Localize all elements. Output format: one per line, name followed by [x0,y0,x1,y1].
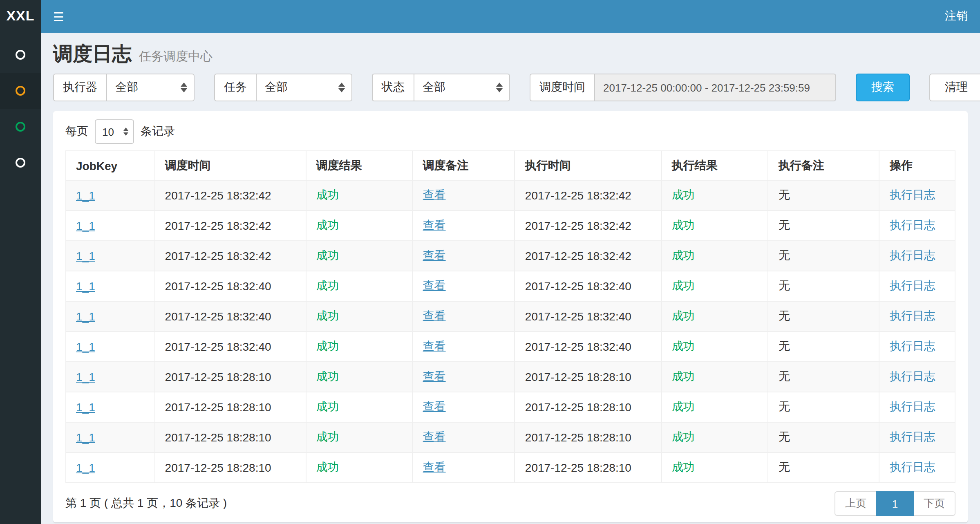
trigger-msg-link[interactable]: 查看 [423,279,446,292]
trigger-time-cell: 2017-12-25 18:28:10 [165,461,271,474]
trigger-time-cell: 2017-12-25 18:32:40 [165,310,271,323]
exec-log-link[interactable]: 执行日志 [890,218,935,231]
clear-button[interactable]: 清理 [929,74,980,101]
trigger-time-cell: 2017-12-25 18:32:40 [165,280,271,293]
handle-result-cell-td: 成功 [662,210,768,241]
trigger-msg-link[interactable]: 查看 [423,309,446,322]
current-page-button[interactable]: 1 [876,491,914,516]
jobkey-link-td: 1_1 [66,331,155,362]
handle-msg-cell: 无 [779,460,790,473]
jobkey-link[interactable]: 1_1 [76,219,95,232]
trigger-result-cell: 成功 [316,400,339,413]
trigger-msg-link-td: 查看 [413,331,515,362]
jobkey-link[interactable]: 1_1 [76,189,95,202]
next-page-button[interactable]: 下页 [914,491,955,516]
exec-log-link-td: 执行日志 [879,422,955,452]
sidebar-item-2[interactable] [0,73,41,109]
top-navbar: XXL ☰ 注销 [0,0,980,33]
sidebar-item-4[interactable] [0,145,41,181]
handle-time-cell-td: 2017-12-25 18:32:42 [515,180,662,210]
handle-result-cell: 成功 [672,218,695,231]
jobkey-link[interactable]: 1_1 [76,401,95,414]
handle-time-cell: 2017-12-25 18:32:40 [525,340,631,353]
circle-icon [16,158,25,168]
trigger-result-cell: 成功 [316,460,339,473]
trigger-result-cell-td: 成功 [306,241,413,271]
circle-icon [16,122,25,132]
jobkey-link[interactable]: 1_1 [76,431,95,444]
handle-result-cell: 成功 [672,309,695,322]
log-row-2: 1_12017-12-25 18:32:42成功查看2017-12-25 18:… [66,210,955,241]
jobkey-link[interactable]: 1_1 [76,280,95,293]
handle-msg-cell-td: 无 [768,331,879,362]
log-row-1: 1_12017-12-25 18:32:42成功查看2017-12-25 18:… [66,180,955,210]
trigger-msg-link[interactable]: 查看 [423,460,446,473]
log-table-body: 1_12017-12-25 18:32:42成功查看2017-12-25 18:… [66,180,955,483]
exec-log-link[interactable]: 执行日志 [890,339,935,352]
exec-log-link[interactable]: 执行日志 [890,400,935,413]
executor-select[interactable]: 全部 [106,74,195,101]
jobkey-link-td: 1_1 [66,301,155,331]
handle-result-cell: 成功 [672,279,695,292]
handle-time-cell: 2017-12-25 18:28:10 [525,401,631,414]
handle-msg-cell: 无 [779,188,790,201]
trigger-time-range-input[interactable] [594,74,836,101]
jobkey-link-td: 1_1 [66,271,155,301]
app-logo[interactable]: XXL [0,0,41,33]
exec-log-link[interactable]: 执行日志 [890,249,935,262]
sidebar-item-3[interactable] [0,109,41,145]
trigger-msg-link[interactable]: 查看 [423,369,446,383]
handle-msg-cell-td: 无 [768,210,879,241]
trigger-msg-link[interactable]: 查看 [423,249,446,262]
trigger-msg-link[interactable]: 查看 [423,430,446,443]
sidebar-item-1[interactable] [0,37,41,73]
jobkey-link[interactable]: 1_1 [76,461,95,474]
search-button[interactable]: 搜索 [856,74,910,101]
col-header-handle-result: 执行结果 [662,151,768,180]
navbar-body: ☰ 注销 [41,0,980,33]
trigger-time-cell: 2017-12-25 18:32:40 [165,340,271,353]
filter-bar: 执行器 全部 任务 全部 状态 全部 [53,74,968,101]
job-select[interactable]: 全部 [256,74,352,101]
jobkey-link[interactable]: 1_1 [76,310,95,323]
handle-result-cell-td: 成功 [662,301,768,331]
trigger-result-cell: 成功 [316,249,339,262]
jobkey-link-td: 1_1 [66,210,155,241]
handle-result-cell-td: 成功 [662,422,768,452]
trigger-msg-link[interactable]: 查看 [423,400,446,413]
trigger-msg-link[interactable]: 查看 [423,188,446,201]
handle-time-cell: 2017-12-25 18:28:10 [525,461,631,474]
trigger-msg-link-td: 查看 [413,210,515,241]
exec-log-link-td: 执行日志 [879,362,955,392]
prev-page-button[interactable]: 上页 [835,491,876,516]
exec-log-link[interactable]: 执行日志 [890,279,935,292]
exec-log-link[interactable]: 执行日志 [890,430,935,443]
jobkey-link[interactable]: 1_1 [76,340,95,353]
jobkey-link-td: 1_1 [66,180,155,210]
page-size-select[interactable]: 10 [95,119,134,144]
log-row-3: 1_12017-12-25 18:32:42成功查看2017-12-25 18:… [66,241,955,271]
exec-log-link[interactable]: 执行日志 [890,369,935,383]
exec-log-link[interactable]: 执行日志 [890,188,935,201]
page-size-row: 每页 10 条记录 [65,119,955,144]
trigger-result-cell-td: 成功 [306,392,413,422]
jobkey-link[interactable]: 1_1 [76,249,95,262]
trigger-msg-link[interactable]: 查看 [423,218,446,231]
jobkey-link[interactable]: 1_1 [76,370,95,383]
jobkey-link-td: 1_1 [66,392,155,422]
handle-msg-cell-td: 无 [768,362,879,392]
status-select[interactable]: 全部 [414,74,510,101]
select-arrows-icon [123,128,128,136]
pagination-summary: 第 1 页 ( 总共 1 页，10 条记录 ) [65,496,227,511]
trigger-result-cell-td: 成功 [306,362,413,392]
exec-log-link[interactable]: 执行日志 [890,460,935,473]
trigger-time-cell-td: 2017-12-25 18:32:40 [155,331,306,362]
trigger-time-filter-group: 调度时间 [530,74,836,101]
sidebar-toggle-icon[interactable]: ☰ [53,10,64,22]
exec-log-link[interactable]: 执行日志 [890,309,935,322]
logout-link[interactable]: 注销 [945,9,968,24]
trigger-msg-link[interactable]: 查看 [423,339,446,352]
handle-time-cell-td: 2017-12-25 18:28:10 [515,392,662,422]
handle-result-cell: 成功 [672,339,695,352]
trigger-time-cell: 2017-12-25 18:32:42 [165,249,271,262]
